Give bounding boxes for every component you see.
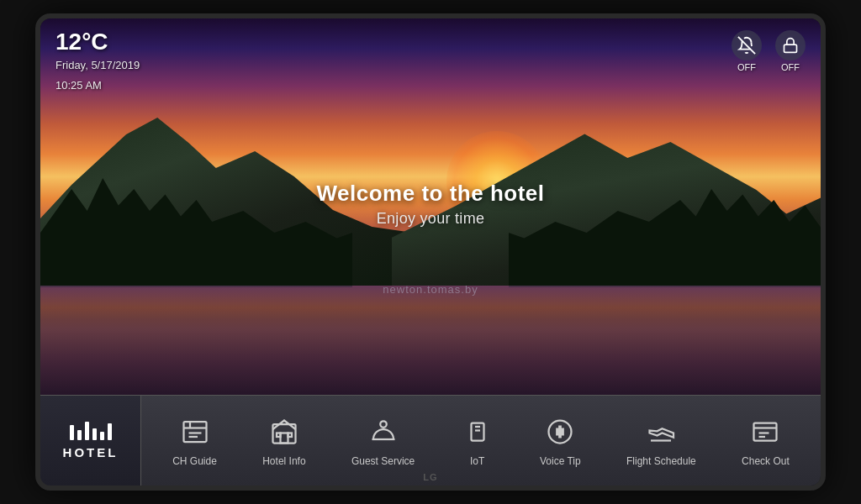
menu-item-guest-service[interactable]: Guest Service bbox=[341, 408, 425, 474]
iot-icon bbox=[461, 415, 494, 449]
svg-rect-1 bbox=[784, 45, 797, 52]
voice-tip-icon bbox=[543, 415, 577, 449]
welcome-subtitle: Enjoy your time bbox=[317, 210, 545, 228]
iot-label: IoT bbox=[470, 455, 484, 467]
dnd-control[interactable]: OFF bbox=[732, 30, 762, 72]
hotel-logo: HOTEL bbox=[40, 396, 141, 486]
svg-rect-10 bbox=[277, 433, 281, 437]
bar-5 bbox=[100, 432, 104, 440]
lock-label: OFF bbox=[781, 62, 800, 72]
svg-rect-2 bbox=[183, 422, 206, 442]
svg-rect-8 bbox=[280, 433, 288, 443]
top-overlay: 12°C Friday, 5/17/2019 10:25 AM bbox=[40, 18, 821, 105]
top-controls: OFF OFF bbox=[732, 30, 806, 72]
temperature: 12°C bbox=[55, 30, 140, 54]
ch-guide-icon bbox=[178, 415, 212, 449]
menu-item-iot[interactable]: IoT bbox=[451, 408, 504, 474]
dnd-label: OFF bbox=[737, 62, 756, 72]
welcome-overlay: Welcome to the hotel Enjoy your time bbox=[317, 181, 545, 228]
hotel-label: HOTEL bbox=[63, 445, 119, 459]
lg-logo: LG bbox=[423, 472, 437, 482]
lake-reflection bbox=[40, 286, 821, 395]
guest-service-label: Guest Service bbox=[351, 455, 415, 467]
bar-1 bbox=[70, 425, 74, 440]
menu-item-flight-schedule[interactable]: Flight Schedule bbox=[616, 408, 706, 474]
flight-schedule-icon bbox=[644, 415, 678, 449]
svg-line-0 bbox=[738, 37, 755, 54]
svg-point-12 bbox=[380, 421, 387, 428]
menu-item-check-out[interactable]: Check Out bbox=[732, 408, 800, 474]
time-display: 10:25 AM bbox=[55, 77, 140, 94]
bar-4 bbox=[92, 428, 97, 440]
menu-item-ch-guide[interactable]: CH Guide bbox=[162, 408, 227, 474]
check-out-label: Check Out bbox=[742, 455, 790, 467]
flight-schedule-label: Flight Schedule bbox=[626, 455, 696, 467]
hotel-info-label: Hotel Info bbox=[262, 455, 305, 467]
bar-6 bbox=[108, 423, 112, 440]
ch-guide-label: CH Guide bbox=[172, 455, 217, 467]
welcome-title: Welcome to the hotel bbox=[317, 181, 545, 207]
date-display: Friday, 5/17/2019 bbox=[55, 57, 140, 74]
tv-display: 12°C Friday, 5/17/2019 10:25 AM bbox=[40, 18, 821, 395]
hotel-bars-icon bbox=[70, 422, 112, 440]
check-out-icon bbox=[748, 415, 782, 449]
lock-icon bbox=[775, 30, 806, 60]
voice-tip-label: Voice Tip bbox=[540, 455, 581, 467]
bar-2 bbox=[77, 430, 82, 440]
menu-items: CH Guide Hotel Info bbox=[141, 396, 821, 486]
svg-rect-11 bbox=[288, 433, 292, 437]
lock-control[interactable]: OFF bbox=[775, 30, 806, 72]
svg-rect-13 bbox=[471, 423, 483, 440]
bar-3 bbox=[85, 422, 89, 440]
menu-item-voice-tip[interactable]: Voice Tip bbox=[530, 408, 591, 474]
guest-service-icon bbox=[367, 415, 400, 449]
hotel-info-icon bbox=[267, 415, 301, 449]
weather-info: 12°C Friday, 5/17/2019 10:25 AM bbox=[55, 30, 140, 93]
dnd-icon bbox=[732, 30, 762, 60]
tv-screen: 12°C Friday, 5/17/2019 10:25 AM bbox=[35, 13, 826, 491]
svg-rect-24 bbox=[754, 423, 777, 440]
menu-item-hotel-info[interactable]: Hotel Info bbox=[252, 408, 315, 474]
